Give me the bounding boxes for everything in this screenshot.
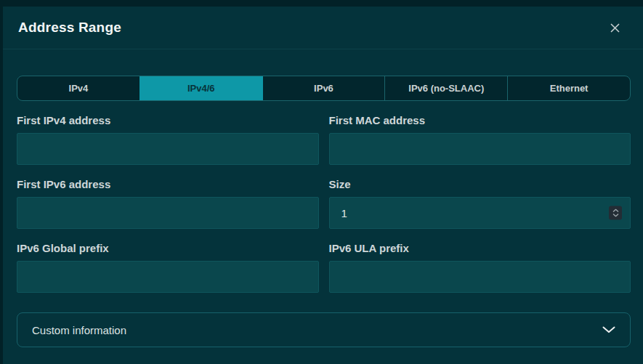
field-first-mac-address: First MAC address <box>329 114 631 165</box>
chevron-up-icon <box>612 209 619 213</box>
page-backdrop: Address Range IPv4 IPv4/6 IPv6 IPv6 (no-… <box>0 0 643 364</box>
quantity-stepper[interactable] <box>609 206 622 220</box>
field-ipv6-global-prefix: IPv6 Global prefix <box>17 242 319 293</box>
tab-ipv6[interactable]: IPv6 <box>262 76 385 100</box>
accordion-label: Custom information <box>32 324 126 336</box>
size-label: Size <box>329 178 631 190</box>
custom-information-accordion[interactable]: Custom information <box>17 312 631 347</box>
field-first-ipv6-address: First IPv6 address <box>17 178 319 229</box>
first-ipv6-address-label: First IPv6 address <box>17 178 319 190</box>
ipv6-global-prefix-label: IPv6 Global prefix <box>17 242 319 254</box>
dialog-body: IPv4 IPv4/6 IPv6 IPv6 (no-SLAAC) Etherne… <box>3 49 643 347</box>
chevron-down-icon <box>602 326 615 333</box>
ipv6-global-prefix-input[interactable] <box>17 261 319 293</box>
size-input[interactable] <box>329 197 631 229</box>
chevron-down-icon <box>612 214 619 217</box>
first-ipv4-address-label: First IPv4 address <box>17 114 319 126</box>
first-mac-address-input[interactable] <box>329 133 631 165</box>
tab-ethernet[interactable]: Ethernet <box>507 76 630 100</box>
dialog-header: Address Range <box>3 7 643 49</box>
field-size: Size <box>329 178 631 229</box>
tab-ipv4[interactable]: IPv4 <box>17 76 139 100</box>
address-range-dialog: Address Range IPv4 IPv4/6 IPv6 IPv6 (no-… <box>3 7 643 364</box>
first-ipv4-address-input[interactable] <box>17 133 319 165</box>
close-button[interactable] <box>605 18 624 37</box>
ipv6-ula-prefix-input[interactable] <box>329 261 631 293</box>
ipv6-ula-prefix-label: IPv6 ULA prefix <box>329 242 631 254</box>
tab-ipv4-6[interactable]: IPv4/6 <box>139 76 262 100</box>
first-mac-address-label: First MAC address <box>329 114 631 126</box>
size-number-wrap <box>329 197 631 229</box>
field-ipv6-ula-prefix: IPv6 ULA prefix <box>329 242 631 293</box>
close-icon <box>610 23 620 33</box>
first-ipv6-address-input[interactable] <box>17 197 319 229</box>
address-type-tabs: IPv4 IPv4/6 IPv6 IPv6 (no-SLAAC) Etherne… <box>17 76 631 101</box>
address-form: First IPv4 address First MAC address Fir… <box>17 114 631 293</box>
field-first-ipv4-address: First IPv4 address <box>17 114 319 165</box>
tab-ipv6-no-slaac[interactable]: IPv6 (no-SLAAC) <box>384 76 507 100</box>
dialog-title: Address Range <box>18 20 121 36</box>
